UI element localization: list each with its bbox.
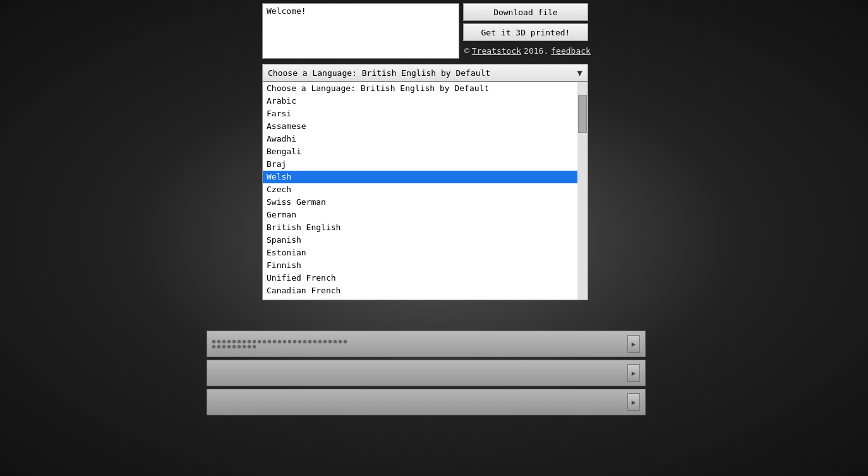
panel-dot xyxy=(212,345,215,348)
copyright-year: 2016. xyxy=(524,46,548,56)
welcome-textarea[interactable]: Welcome! xyxy=(262,3,459,59)
panel-dot xyxy=(339,340,342,343)
panel-arrow-3[interactable]: ▶ xyxy=(627,393,640,411)
panel-dot xyxy=(334,340,337,343)
panel-dot xyxy=(344,340,347,343)
panel-dot xyxy=(283,340,286,343)
panel-dot xyxy=(329,340,332,343)
panel-dot xyxy=(238,345,241,348)
panel-dot xyxy=(227,345,231,348)
list-item[interactable]: Arabic xyxy=(263,95,577,107)
panel-dot xyxy=(248,340,251,343)
language-listbox[interactable]: Choose a Language: British English by De… xyxy=(262,82,588,300)
list-item[interactable]: German xyxy=(263,209,577,221)
panel-dot xyxy=(318,340,322,343)
panel-dot xyxy=(222,345,226,348)
scrollbar-thumb[interactable] xyxy=(578,95,587,133)
list-item[interactable]: Unified French xyxy=(263,272,577,284)
list-item[interactable]: Braj xyxy=(263,158,577,171)
main-container: Welcome! Download file Get it 3D printed… xyxy=(262,3,856,300)
panel-dot xyxy=(263,340,266,343)
panel-dot xyxy=(268,340,271,343)
treatstock-link[interactable]: Treatstock xyxy=(472,46,521,56)
list-item[interactable]: Spanish xyxy=(263,234,577,247)
dropdown-label: Choose a Language: British English by De… xyxy=(268,68,490,78)
list-item[interactable]: Bengali xyxy=(263,145,577,158)
list-item[interactable]: Awadhi xyxy=(263,133,577,145)
list-item[interactable]: Czech xyxy=(263,183,577,196)
list-item[interactable]: Choose a Language: British English by De… xyxy=(263,82,577,95)
list-item[interactable]: Finnish xyxy=(263,259,577,272)
panel-dot xyxy=(273,340,276,343)
panel-row-2: ▶ xyxy=(207,360,646,386)
print-button[interactable]: Get it 3D printed! xyxy=(463,23,588,41)
panel-dot xyxy=(298,340,301,343)
panel-dot xyxy=(217,345,220,348)
panel-dot xyxy=(278,340,281,343)
panel-dot xyxy=(293,340,296,343)
download-button[interactable]: Download file xyxy=(463,3,588,21)
feedback-link[interactable]: feedback xyxy=(551,46,591,56)
copyright-symbol: © xyxy=(464,46,469,56)
dropdown-arrow-icon: ▼ xyxy=(577,68,582,78)
panel-dot xyxy=(232,340,236,343)
panel-dot xyxy=(238,340,241,343)
list-item[interactable]: Farsi xyxy=(263,107,577,120)
panel-dot xyxy=(248,345,251,348)
list-item[interactable]: Assamese xyxy=(263,120,577,133)
panels-container: ▶ ▶ ▶ xyxy=(207,331,646,415)
panel-dot xyxy=(288,340,291,343)
list-item[interactable]: French xyxy=(263,297,577,300)
list-item[interactable]: Canadian French xyxy=(263,284,577,297)
panel-dot xyxy=(253,340,256,343)
top-row: Welcome! Download file Get it 3D printed… xyxy=(262,3,856,59)
panel-dot xyxy=(308,340,311,343)
panel-arrow-1[interactable]: ▶ xyxy=(627,335,640,353)
list-item[interactable]: Estonian xyxy=(263,247,577,259)
list-item[interactable]: Welsh xyxy=(263,171,577,183)
right-buttons: Download file Get it 3D printed! © Treat… xyxy=(463,3,591,56)
panel-row-3: ▶ xyxy=(207,389,646,415)
list-item[interactable]: British English xyxy=(263,221,577,234)
panel-dot xyxy=(222,340,226,343)
panel-dot xyxy=(323,340,327,343)
panel-dot xyxy=(313,340,316,343)
panel-dot xyxy=(227,340,231,343)
language-dropdown[interactable]: Choose a Language: British English by De… xyxy=(262,64,588,82)
panel-dot xyxy=(243,340,246,343)
panel-dot xyxy=(217,340,220,343)
scrollbar[interactable] xyxy=(577,82,588,300)
panel-dot xyxy=(258,340,261,343)
panel-dots xyxy=(212,340,351,348)
list-item[interactable]: Swiss German xyxy=(263,196,577,209)
panel-dot xyxy=(212,340,215,343)
panel-row-1: ▶ xyxy=(207,331,646,357)
copyright-row: © Treatstock 2016. feedback xyxy=(463,46,591,56)
language-list[interactable]: Choose a Language: British English by De… xyxy=(263,82,577,300)
panel-arrow-2[interactable]: ▶ xyxy=(627,364,640,382)
panel-dot xyxy=(303,340,306,343)
panel-dot xyxy=(253,345,256,348)
panel-dot xyxy=(232,345,236,348)
panel-dot xyxy=(243,345,246,348)
